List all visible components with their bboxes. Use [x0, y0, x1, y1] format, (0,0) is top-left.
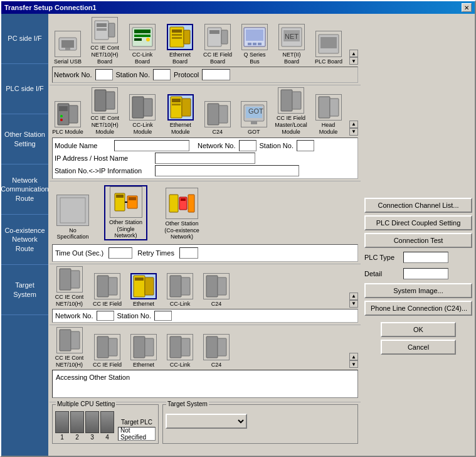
icon-q-series[interactable]: Q Series Bus	[239, 24, 270, 65]
icon-net2-board[interactable]: NET NET(II) Board	[275, 24, 308, 65]
target-system-title: Target System	[166, 401, 209, 407]
plc-type-label: PLC Type	[364, 254, 401, 261]
left-sidebar: PC side I/F PLC side I/F Other Station S…	[1, 14, 48, 456]
icon-got[interactable]: GOT GOT	[238, 101, 270, 136]
icon-cc-field-local[interactable]: CC IE Field Master/Local Module	[275, 87, 307, 135]
pc-network-no-input[interactable]: 1	[95, 69, 113, 80]
icon-cc-ie-mod[interactable]: CC IE Cont NET/10(H) Module	[88, 87, 121, 135]
icon-label-cclink-mod: CC-Link Module	[126, 122, 159, 136]
sidebar-target[interactable]: Target System	[1, 265, 48, 315]
ok-button[interactable]: OK	[381, 322, 456, 337]
cancel-button[interactable]: Cancel	[381, 340, 456, 355]
coex-icon-cc-field[interactable]: CC IE Field	[92, 334, 123, 368]
scroll-up-plc[interactable]: ▲	[349, 121, 358, 128]
sidebar-coex-route[interactable]: Co-existence Network Route	[1, 215, 48, 265]
svg-rect-76	[97, 336, 108, 358]
coex-icon-cclink[interactable]: CC-Link	[164, 334, 196, 368]
cpu-label-3: 3	[90, 434, 94, 441]
svg-text:GOT: GOT	[248, 107, 263, 115]
sidebar-plc-side[interactable]: PLC side I/F	[1, 64, 48, 114]
route-icons: CC IE Cont NET/10(H)	[52, 266, 347, 308]
pc-station-no-input[interactable]: 2	[153, 69, 171, 80]
svg-rect-32	[59, 106, 68, 111]
icon-other-single[interactable]: Other Station(Single Network)	[104, 185, 147, 240]
module-name-label: Module Name	[55, 142, 111, 149]
route-icon-cc-ie[interactable]: CC IE Cont NET/10(H)	[52, 266, 87, 308]
module-name-input[interactable]: QJ71E71	[114, 140, 189, 151]
icon-cclink-board[interactable]: CC-Link Board	[126, 24, 159, 65]
ip-input[interactable]: 192.168.1.103	[155, 153, 255, 164]
scroll-up-pc[interactable]: ▲	[349, 50, 358, 57]
plc-direct-btn[interactable]: PLC Direct Coupled Setting	[364, 215, 472, 230]
detail-input[interactable]	[403, 268, 448, 279]
route-icon-c24[interactable]: C24	[201, 273, 232, 308]
plc-type-input[interactable]: Q00	[403, 252, 448, 263]
svg-rect-62	[188, 195, 194, 212]
system-image-btn[interactable]: System Image...	[364, 283, 472, 298]
timeout-input[interactable]: 30	[108, 247, 132, 259]
route-icon-cclink[interactable]: CC-Link	[164, 273, 196, 308]
icon-cclink-mod[interactable]: CC-Link Module	[126, 94, 159, 136]
scroll-down-plc[interactable]: ▼	[349, 128, 358, 136]
sidebar-pc-side[interactable]: PC side I/F	[1, 14, 48, 64]
target-system-select[interactable]	[166, 414, 247, 429]
sidebar-network-route[interactable]: Network Communication Route	[1, 164, 48, 215]
coex-icon-cc-ie[interactable]: CC IE Cont NET/10(H)	[52, 327, 87, 368]
cpu-icons-row: 1 2 3	[55, 411, 156, 441]
icon-other-coex[interactable]: Other Station(Co-existence Network)	[160, 188, 204, 240]
icon-c24[interactable]: C24	[202, 101, 233, 136]
icon-plc-module[interactable]: PLC Module	[52, 101, 83, 136]
coex-icon-ethernet[interactable]: Ethernet	[128, 334, 159, 368]
icon-label-got: GOT	[248, 129, 260, 136]
icon-ethernet-board[interactable]: Ethernet Board	[164, 24, 196, 65]
icon-label-serial: Serial USB	[54, 58, 82, 65]
svg-rect-74	[60, 330, 71, 351]
route-label-c24: C24	[211, 301, 222, 308]
retry-input[interactable]: 0	[179, 247, 198, 259]
connection-channel-btn[interactable]: Connection Channel List...	[364, 198, 472, 213]
plc-station-no[interactable]: 1	[297, 140, 314, 151]
route-icon-ethernet[interactable]: Ethernet	[128, 273, 159, 308]
cpu-2[interactable]: 2	[70, 411, 84, 441]
multi-cpu-title: Multiple CPU Setting	[56, 401, 116, 407]
route-scroll-up[interactable]: ▲	[349, 293, 358, 300]
icon-serial-usb[interactable]: Serial USB	[52, 31, 83, 65]
phone-line-btn[interactable]: Phone Line Connection (C24)...	[364, 301, 472, 316]
coex-content: CC IE Cont NET/10(H) C	[52, 327, 358, 368]
pc-side-section: Serial USB	[50, 15, 361, 85]
svg-rect-61	[181, 198, 186, 201]
station-ip-input[interactable]: Automatic Response System	[155, 165, 299, 176]
route-icon-cc-field[interactable]: CC IE Field	[92, 273, 123, 308]
route-scroll-down[interactable]: ▼	[349, 300, 358, 308]
icon-no-spec[interactable]: No Specification	[54, 195, 92, 241]
close-button[interactable]: ✕	[462, 3, 472, 12]
coex-scroll-up[interactable]: ▲	[349, 353, 358, 360]
route-net-no[interactable]: 1	[97, 311, 114, 321]
svg-rect-52	[330, 99, 339, 116]
route-sta-no[interactable]: 1	[154, 311, 172, 321]
icon-ethernet-mod[interactable]: Ethernet Module	[164, 94, 197, 136]
cpu-4[interactable]: 4	[100, 411, 114, 441]
coex-icon-c24[interactable]: C24	[201, 334, 232, 368]
scroll-down-pc[interactable]: ▼	[349, 57, 358, 65]
icon-cc-field-board[interactable]: CC IE Field Board	[201, 24, 234, 65]
icon-plc-board[interactable]: PLC Board	[313, 31, 344, 65]
svg-rect-9	[134, 35, 151, 37]
icon-label-ethernet: Ethernet Board	[164, 51, 196, 65]
cpu-1[interactable]: 1	[55, 411, 69, 441]
pc-protocol-input[interactable]: UDP	[202, 69, 230, 80]
connection-test-btn[interactable]: Connection Test	[364, 233, 472, 248]
icon-head-mod[interactable]: Head Module	[312, 94, 344, 136]
plc-network-no[interactable]: 1	[239, 140, 257, 151]
main-scroll[interactable]: Serial USB	[48, 14, 362, 456]
coex-label-cc-ie: CC IE Cont NET/10(H)	[52, 355, 87, 368]
coex-scroll-down[interactable]: ▼	[349, 360, 358, 368]
route-network-bar: Network No. 1 Station No. 1	[52, 309, 358, 323]
icon-cc-ie-cont[interactable]: CC IE Cont NET/10(H) Board	[88, 17, 121, 65]
icon-label-c24: C24	[213, 129, 223, 136]
sidebar-other-station[interactable]: Other Station Setting	[1, 114, 48, 164]
cpu-3[interactable]: 3	[85, 411, 99, 441]
svg-rect-22	[248, 43, 251, 45]
svg-rect-71	[181, 277, 190, 295]
ok-cancel-area: OK Cancel	[364, 322, 472, 355]
